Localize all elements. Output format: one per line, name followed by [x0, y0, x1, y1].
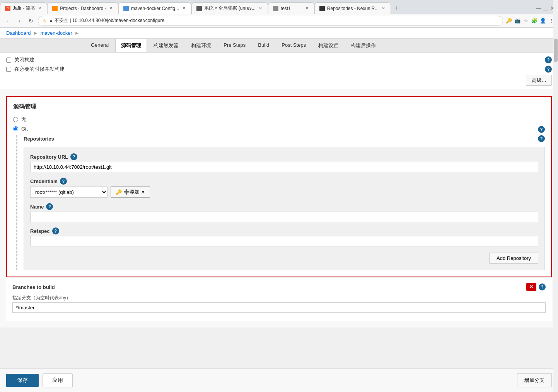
tab-maven[interactable]: maven-docker Config... ✕	[118, 2, 191, 14]
tab-test1[interactable]: test1 ✕	[268, 2, 314, 14]
git-help-icon[interactable]: ?	[538, 126, 545, 133]
disable-build-checkbox[interactable]	[6, 58, 11, 63]
tab-label-system: 系统 » 全局凭据 (unres...	[204, 5, 256, 12]
forward-button[interactable]: ›	[15, 16, 24, 25]
tab-close-maven[interactable]: ✕	[181, 5, 186, 12]
add-credentials-button[interactable]: 🔑 ➕添加 ▼	[111, 186, 150, 198]
credentials-field-label: Credentials ?	[30, 178, 538, 185]
back-button[interactable]: ‹	[3, 16, 12, 25]
tab-close-system[interactable]: ✕	[258, 5, 263, 12]
star-icon[interactable]: ☆	[522, 17, 529, 24]
credentials-help-icon[interactable]: ?	[60, 178, 67, 185]
repository-url-label-text: Repository URL	[30, 154, 68, 160]
tab-close-repos[interactable]: ✕	[381, 5, 386, 12]
branches-section: Branches to build ✕ ? 指定分支（为空时代表any）	[6, 277, 552, 321]
tab-close-projects[interactable]: ✕	[108, 5, 113, 12]
breadcrumb: Dashboard ► maven-docker ►	[0, 28, 558, 39]
security-warning-icon: ⚠	[42, 18, 46, 24]
tab-favicon-system	[196, 6, 202, 11]
tab-scm[interactable]: 源码管理	[115, 39, 147, 52]
tab-label-projects: Projects · Dashboard ·	[60, 6, 106, 11]
advanced-button[interactable]: 高级...	[526, 75, 552, 86]
repository-url-field-label: Repository URL ?	[30, 153, 538, 160]
tab-bar: J Jafir - 简书 ✕ Projects · Dashboard · ✕ …	[0, 0, 558, 14]
radio-git[interactable]	[13, 126, 18, 131]
tab-triggers[interactable]: 构建触发器	[148, 39, 184, 52]
name-input[interactable]	[30, 212, 538, 222]
branch-field-label: 指定分支（为空时代表any）	[12, 295, 546, 301]
delete-branch-button[interactable]: ✕	[526, 283, 536, 291]
tab-jafir[interactable]: J Jafir - 简书 ✕	[0, 2, 47, 14]
browser-chrome: J Jafir - 简书 ✕ Projects · Dashboard · ✕ …	[0, 0, 558, 28]
repositories-section: Repositories ? Repository URL ? Credenti…	[16, 135, 545, 270]
refspec-field-label: Refspec ?	[30, 227, 538, 234]
throttle-builds-checkbox[interactable]	[6, 67, 11, 72]
refspec-row: Refspec ?	[30, 227, 538, 246]
throttle-builds-label: 在必要的时候并发构建	[14, 66, 65, 73]
tab-projects[interactable]: Projects · Dashboard · ✕	[47, 2, 118, 14]
credentials-select[interactable]: root/****** (qitlab)	[30, 187, 108, 198]
tab-postbuild[interactable]: 构建后操作	[345, 39, 382, 52]
repositories-help-icon[interactable]: ?	[538, 135, 545, 142]
radio-none-label: 无	[21, 116, 26, 123]
breadcrumb-project[interactable]: maven-docker	[40, 30, 72, 36]
tab-close-test1[interactable]: ✕	[304, 5, 309, 12]
name-help-icon[interactable]: ?	[46, 203, 53, 210]
address-text: ▲ 不安全 | 10.10.0.44:8040/job/maven-docker…	[49, 17, 499, 24]
tab-favicon-maven	[123, 6, 129, 11]
add-repository-button[interactable]: Add Repository	[489, 253, 538, 264]
repositories-header: Repositories ?	[24, 135, 545, 142]
extensions-icon[interactable]: 🧩	[531, 17, 538, 24]
add-credentials-label: ➕添加	[123, 188, 140, 195]
tab-build[interactable]: Build	[252, 39, 275, 52]
bookmark-key-icon[interactable]: 🔑	[505, 17, 512, 24]
reload-button[interactable]: ↻	[26, 16, 36, 25]
scm-title: 源码管理	[13, 103, 545, 110]
repository-url-help-icon[interactable]: ?	[70, 153, 77, 160]
tab-poststeps[interactable]: Post Steps	[276, 39, 312, 52]
radio-none-row: 无	[13, 116, 545, 123]
tab-settings[interactable]: 构建设置	[312, 39, 344, 52]
repository-url-row: Repository URL ?	[30, 153, 538, 172]
scrollbar-thumb[interactable]	[554, 39, 558, 62]
tab-env[interactable]: 构建环境	[185, 39, 217, 52]
tab-repos[interactable]: Repositories - Nexus R... ✕	[314, 2, 391, 14]
branch-input[interactable]	[12, 302, 546, 313]
tab-close-jafir[interactable]: ✕	[37, 5, 42, 12]
tab-system[interactable]: 系统 » 全局凭据 (unres... ✕	[191, 2, 268, 14]
maximize-button[interactable]: ⬜	[543, 5, 549, 11]
disable-build-help-icon[interactable]: ?	[545, 56, 552, 63]
breadcrumb-sep1: ►	[33, 30, 38, 36]
throttle-builds-help-icon[interactable]: ?	[545, 66, 552, 73]
radio-none[interactable]	[13, 117, 18, 122]
branch-field-row: 指定分支（为空时代表any）	[12, 295, 546, 313]
branches-help-icon[interactable]: ?	[539, 283, 546, 290]
breadcrumb-sep2: ►	[75, 30, 80, 36]
refspec-help-icon[interactable]: ?	[52, 227, 59, 234]
profile-icon[interactable]: 👤	[539, 17, 546, 24]
minimize-button[interactable]: —	[536, 5, 541, 11]
refspec-input[interactable]	[30, 236, 538, 246]
checkboxes-section: 关闭构建 ? 在必要的时候并发构建 ? 高级...	[0, 53, 558, 90]
scrollbar[interactable]	[553, 0, 558, 328]
tab-favicon-projects	[52, 6, 58, 11]
credentials-controls: root/****** (qitlab) 🔑 ➕添加 ▼	[30, 186, 538, 198]
main-form: 源码管理 无 Git ? Repositories ?	[0, 90, 558, 328]
refspec-label-text: Refspec	[30, 228, 50, 234]
tab-label-jafir: Jafir - 简书	[13, 5, 35, 12]
address-box[interactable]: ⚠ ▲ 不安全 | 10.10.0.44:8040/job/maven-dock…	[38, 16, 503, 26]
new-tab-button[interactable]: +	[391, 2, 403, 14]
credentials-row: Credentials ? root/****** (qitlab) 🔑 ➕添加…	[30, 178, 538, 198]
tab-label-maven: maven-docker Config...	[131, 6, 179, 11]
breadcrumb-dashboard[interactable]: Dashboard	[6, 30, 31, 36]
tab-favicon-repos	[319, 6, 325, 11]
repository-url-input[interactable]	[30, 162, 538, 172]
disable-build-row: 关闭构建 ?	[6, 56, 552, 63]
tab-label-repos: Repositories - Nexus R...	[327, 6, 379, 11]
cast-icon[interactable]: 📺	[514, 17, 521, 24]
add-repository-row: Add Repository	[30, 253, 538, 264]
advanced-row: 高级...	[6, 75, 552, 86]
credentials-label-text: Credentials	[30, 178, 58, 184]
tab-presteps[interactable]: Pre Steps	[218, 39, 251, 52]
tab-general[interactable]: General	[85, 39, 114, 52]
